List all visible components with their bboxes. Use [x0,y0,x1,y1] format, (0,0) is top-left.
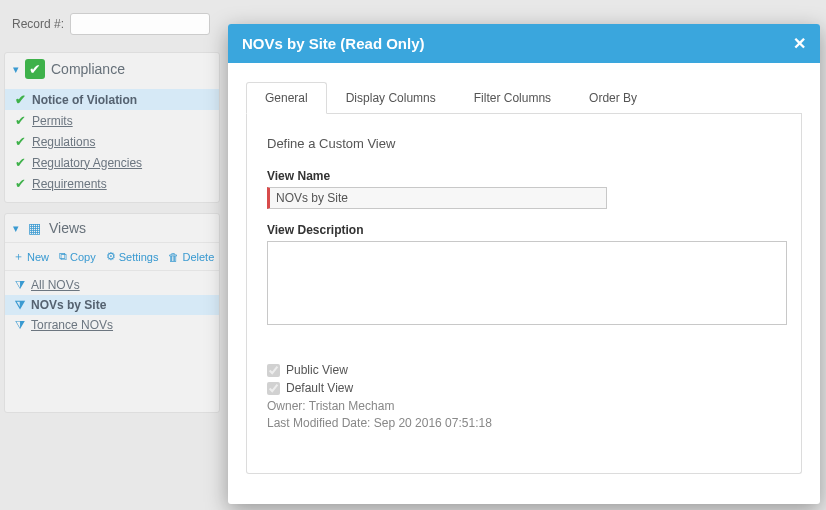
sidebar-item-view[interactable]: ⧩Torrance NOVs [5,315,219,335]
default-view-checkbox[interactable] [267,382,280,395]
check-icon: ✔ [15,92,26,107]
sidebar-item-compliance[interactable]: ✔Notice of Violation [5,89,219,110]
check-icon: ✔ [15,113,26,128]
sidebar-item-compliance[interactable]: ✔Requirements [5,173,219,194]
sidebar-item-label: Torrance NOVs [31,318,113,332]
sidebar-item-compliance[interactable]: ✔Regulatory Agencies [5,152,219,173]
compliance-check-icon: ✔ [25,59,45,79]
compliance-panel: ▾ ✔ Compliance ✔Notice of Violation✔Perm… [4,52,220,203]
views-title: Views [49,220,86,236]
public-view-row: Public View [267,363,781,377]
check-icon: ✔ [15,176,26,191]
public-view-checkbox[interactable] [267,364,280,377]
sidebar-item-label: Regulatory Agencies [32,156,142,170]
check-icon: ✔ [15,155,26,170]
close-icon[interactable]: ✕ [793,34,806,53]
modified-line: Last Modified Date: Sep 20 2016 07:51:18 [267,416,781,430]
funnel-icon: ⧩ [15,278,25,292]
modal-titlebar: NOVs by Site (Read Only) ✕ [228,24,820,63]
default-view-row: Default View [267,381,781,395]
sidebar-item-label: Notice of Violation [32,93,137,107]
delete-view-button[interactable]: 🗑Delete [168,249,214,264]
tab-display-columns[interactable]: Display Columns [327,82,455,114]
funnel-icon: ⧩ [15,298,25,312]
chevron-down-icon: ▾ [13,63,19,76]
sidebar-item-label: All NOVs [31,278,80,292]
sidebar-item-compliance[interactable]: ✔Permits [5,110,219,131]
views-toolbar: ＋New ⧉Copy ⚙Settings 🗑Delete [5,242,219,271]
compliance-title: Compliance [51,61,125,77]
sidebar-item-label: Permits [32,114,73,128]
view-name-label: View Name [267,169,781,183]
trash-icon: 🗑 [168,251,179,263]
view-description-textarea[interactable] [267,241,787,325]
sidebar-item-label: Requirements [32,177,107,191]
view-description-label: View Description [267,223,781,237]
tab-order-by[interactable]: Order By [570,82,656,114]
modal-title-text: NOVs by Site (Read Only) [242,35,425,52]
views-list: ⧩All NOVs⧩NOVs by Site⧩Torrance NOVs [5,271,219,343]
modal-body: GeneralDisplay ColumnsFilter ColumnsOrde… [228,63,820,484]
view-name-input[interactable] [267,187,607,209]
new-view-button[interactable]: ＋New [13,249,49,264]
tab-filter-columns[interactable]: Filter Columns [455,82,570,114]
section-title: Define a Custom View [267,136,781,151]
public-view-label: Public View [286,363,348,377]
tab-general[interactable]: General [246,82,327,114]
tab-content-general: Define a Custom View View Name View Desc… [246,114,802,474]
default-view-label: Default View [286,381,353,395]
funnel-icon: ⧩ [15,318,25,332]
chevron-down-icon: ▾ [13,222,19,235]
check-icon: ✔ [15,134,26,149]
settings-view-button[interactable]: ⚙Settings [106,249,159,264]
copy-icon: ⧉ [59,250,67,263]
compliance-list: ✔Notice of Violation✔Permits✔Regulations… [5,85,219,202]
record-number-input[interactable] [70,13,210,35]
views-grid-icon: ▦ [25,220,43,236]
compliance-header[interactable]: ▾ ✔ Compliance [5,53,219,85]
sidebar-item-view[interactable]: ⧩All NOVs [5,275,219,295]
sidebar-item-compliance[interactable]: ✔Regulations [5,131,219,152]
record-number-label: Record #: [12,17,64,31]
views-panel: ▾ ▦ Views ＋New ⧉Copy ⚙Settings 🗑Delete ⧩… [4,213,220,413]
sidebar-item-view[interactable]: ⧩NOVs by Site [5,295,219,315]
view-settings-modal: NOVs by Site (Read Only) ✕ GeneralDispla… [228,24,820,504]
copy-view-button[interactable]: ⧉Copy [59,249,96,264]
sidebar: ▾ ✔ Compliance ✔Notice of Violation✔Perm… [4,52,220,423]
views-header[interactable]: ▾ ▦ Views [5,214,219,242]
plus-icon: ＋ [13,249,24,264]
owner-line: Owner: Tristan Mecham [267,399,781,413]
sidebar-item-label: Regulations [32,135,95,149]
tab-bar: GeneralDisplay ColumnsFilter ColumnsOrde… [246,81,802,114]
gear-icon: ⚙ [106,250,116,263]
sidebar-item-label: NOVs by Site [31,298,106,312]
